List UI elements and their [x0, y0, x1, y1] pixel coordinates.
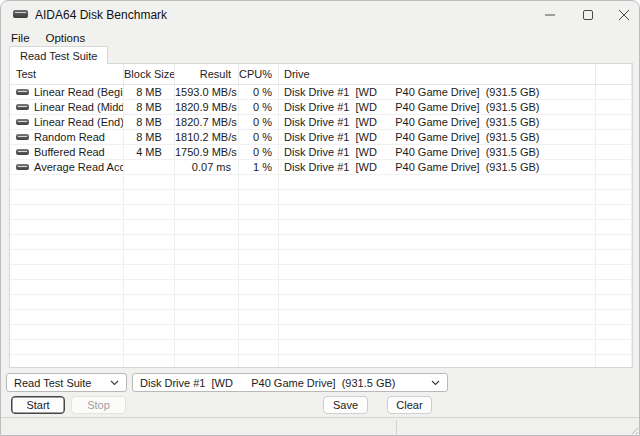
drive-cell: Disk Drive #1 [WD P40 Game Drive] (931.5… [279, 100, 596, 114]
minimize-icon [545, 10, 555, 20]
menu-options[interactable]: Options [44, 31, 88, 45]
status-bar [1, 417, 640, 436]
table-row[interactable]: Buffered Read4 MB1750.9 MB/s0 %Disk Driv… [10, 145, 632, 160]
start-button[interactable]: Start [11, 396, 65, 414]
empty-cell [596, 205, 632, 219]
empty-cell [10, 175, 124, 189]
empty-cell [175, 265, 239, 279]
test-cell: Linear Read (Middle) [10, 100, 124, 114]
column-header-result[interactable]: Result [175, 64, 239, 84]
empty-cell [596, 340, 632, 354]
empty-cell [239, 340, 279, 354]
column-header-block-size[interactable]: Block Size [124, 64, 175, 84]
empty-cell [239, 325, 279, 339]
empty-cell [175, 220, 239, 234]
column-header-drive[interactable]: Drive [279, 64, 596, 84]
test-suite-dropdown[interactable]: Read Test Suite [6, 373, 127, 392]
empty-cell [239, 205, 279, 219]
close-button[interactable] [603, 1, 640, 29]
empty-cell [175, 250, 239, 264]
drive-dropdown[interactable]: Disk Drive #1 [WD P40 Game Drive] (931.5… [132, 373, 448, 392]
empty-table-row [10, 355, 632, 368]
empty-cell [124, 175, 175, 189]
empty-cell [10, 295, 124, 309]
app-window: AIDA64 Disk Benchmark File Options Read … [0, 0, 640, 436]
empty-cell [239, 220, 279, 234]
table-header: Test Block Size Result CPU% Drive [10, 64, 632, 85]
test-cell: Linear Read (Begin) [10, 85, 124, 99]
test-cell: Average Read Access [10, 160, 124, 174]
empty-cell [124, 265, 175, 279]
table-row[interactable]: Linear Read (Begin)8 MB1593.0 MB/s0 %Dis… [10, 85, 632, 100]
empty-cell [10, 220, 124, 234]
empty-table-row [10, 325, 632, 340]
chevron-down-icon [431, 380, 440, 386]
test-name: Random Read [34, 130, 105, 144]
cpu-cell: 0 % [239, 115, 279, 129]
empty-table-row [10, 190, 632, 205]
disk-drive-icon [16, 104, 29, 110]
drive-cell: Disk Drive #1 [WD P40 Game Drive] (931.5… [279, 85, 596, 99]
empty-cell [596, 175, 632, 189]
title-bar[interactable]: AIDA64 Disk Benchmark [1, 1, 639, 29]
empty-cell [239, 310, 279, 324]
table-row[interactable]: Average Read Access0.07 ms1 %Disk Drive … [10, 160, 632, 175]
empty-cell [175, 280, 239, 294]
empty-table-row [10, 310, 632, 325]
disk-drive-icon [16, 149, 29, 155]
resize-grip-icon[interactable] [629, 425, 639, 435]
table-row[interactable]: Linear Read (Middle)8 MB1820.9 MB/s0 %Di… [10, 100, 632, 115]
column-header-test[interactable]: Test [10, 64, 124, 84]
maximize-icon [583, 10, 593, 20]
empty-table-row [10, 265, 632, 280]
spacer-cell [596, 130, 632, 144]
empty-cell [10, 325, 124, 339]
block-size-cell: 8 MB [124, 100, 175, 114]
test-name: Linear Read (End) [34, 115, 124, 129]
empty-cell [279, 280, 596, 294]
empty-cell [124, 220, 175, 234]
cpu-cell: 0 % [239, 145, 279, 159]
empty-cell [10, 310, 124, 324]
empty-cell [124, 340, 175, 354]
stop-button[interactable]: Stop [71, 396, 126, 414]
empty-cell [124, 250, 175, 264]
empty-cell [124, 310, 175, 324]
test-cell: Linear Read (End) [10, 115, 124, 129]
empty-cell [124, 355, 175, 368]
test-suite-dropdown-value: Read Test Suite [7, 377, 110, 389]
menu-file[interactable]: File [9, 31, 32, 45]
close-icon [619, 10, 629, 20]
app-icon [13, 10, 28, 18]
empty-cell [239, 250, 279, 264]
block-size-cell: 8 MB [124, 115, 175, 129]
column-header-spacer [596, 64, 632, 84]
minimize-button[interactable] [529, 1, 571, 29]
column-header-cpu[interactable]: CPU% [239, 64, 279, 84]
disk-drive-icon [16, 134, 29, 140]
empty-cell [279, 295, 596, 309]
empty-cell [596, 280, 632, 294]
empty-cell [596, 355, 632, 368]
empty-cell [175, 340, 239, 354]
empty-cell [279, 205, 596, 219]
empty-cell [279, 175, 596, 189]
empty-cell [279, 355, 596, 368]
table-row[interactable]: Linear Read (End)8 MB1820.7 MB/s0 %Disk … [10, 115, 632, 130]
empty-cell [239, 280, 279, 294]
empty-cell [175, 310, 239, 324]
result-cell: 1820.9 MB/s [175, 100, 239, 114]
empty-cell [10, 355, 124, 368]
table-row[interactable]: Random Read8 MB1810.2 MB/s0 %Disk Drive … [10, 130, 632, 145]
empty-cell [10, 280, 124, 294]
clear-button[interactable]: Clear [387, 396, 432, 414]
empty-cell [279, 190, 596, 204]
tab-read-test-suite[interactable]: Read Test Suite [9, 46, 108, 64]
empty-cell [596, 295, 632, 309]
window-title: AIDA64 Disk Benchmark [35, 8, 167, 22]
empty-cell [239, 295, 279, 309]
save-button[interactable]: Save [323, 396, 368, 414]
result-cell: 0.07 ms [175, 160, 239, 174]
chevron-down-icon [110, 380, 119, 386]
empty-table-row [10, 220, 632, 235]
